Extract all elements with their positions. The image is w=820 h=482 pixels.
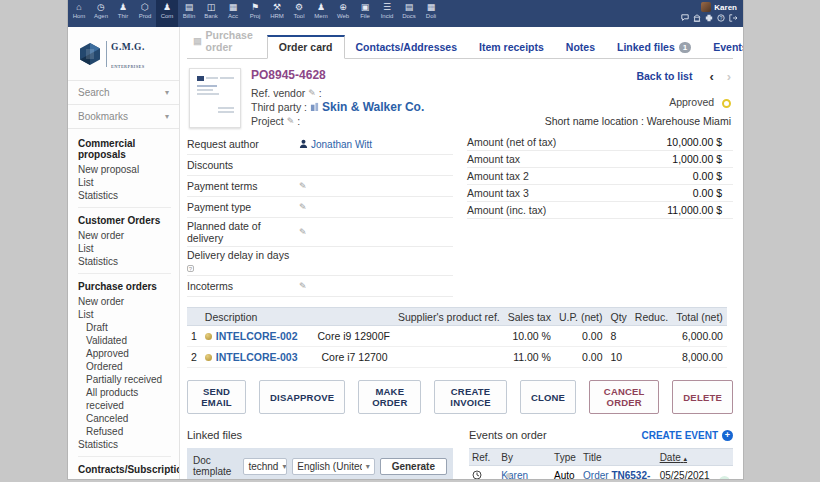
sidebar-item-canceled[interactable]: Canceled xyxy=(78,412,171,425)
order-ref: PO8945-4628 xyxy=(251,68,424,82)
nav-commerce[interactable]: ♟Com xyxy=(156,0,178,27)
clone-button[interactable]: CLONE xyxy=(520,380,576,414)
nav-dolibarr[interactable]: ▦Doli xyxy=(420,0,442,27)
sidebar-item-partially-received[interactable]: Partially received xyxy=(78,373,171,386)
disapprove-button[interactable]: DISAPPROVE xyxy=(259,380,345,414)
sidebar-item-refused[interactable]: Refused xyxy=(78,425,171,438)
nav-home[interactable]: ⌂Hom xyxy=(68,0,90,27)
request-author-link[interactable]: Jonathan Witt xyxy=(311,139,372,150)
user-menu[interactable]: Karen xyxy=(681,2,737,12)
search-dropdown[interactable]: Search ▾ xyxy=(68,80,179,104)
language-select[interactable]: English (United St... ▾ xyxy=(292,458,374,475)
sidebar-item-new-purchase-order[interactable]: New order xyxy=(78,295,171,308)
events-section: Events on order CREATE EVENT + Ref. By T… xyxy=(469,429,733,479)
events-header-row: Ref. By Type Title Date ▴ xyxy=(469,449,733,466)
delete-button[interactable]: DELETE xyxy=(672,380,733,414)
amount-tax-row: Amount tax 1,000.00 $ xyxy=(467,151,733,168)
cancel-order-button[interactable]: CANCEL ORDER xyxy=(589,380,659,414)
nav-products[interactable]: ⬡Prod xyxy=(134,0,156,27)
edit-project-icon[interactable]: ✎ xyxy=(287,114,295,128)
nav-accountancy[interactable]: ▦Acc xyxy=(222,0,244,27)
nav-projects[interactable]: ⚑Proj xyxy=(244,0,266,27)
sort-by-date-header[interactable]: Date ▴ xyxy=(657,449,716,466)
tab-events-agenda[interactable]: Events/Agenda xyxy=(702,37,743,58)
comment-icon[interactable] xyxy=(681,14,689,22)
sidebar-item-customer-orders-statistics[interactable]: Statistics xyxy=(78,255,171,268)
home-icon: ⌂ xyxy=(68,2,90,12)
help-icon[interactable]: ? xyxy=(717,14,725,22)
back-to-list-link[interactable]: Back to list xyxy=(636,70,692,82)
sidebar-item-proposals-list[interactable]: List xyxy=(78,176,171,189)
nav-hrm[interactable]: ⚒HRM xyxy=(266,0,288,27)
generate-button[interactable]: Generate xyxy=(380,458,447,475)
linked-files-count-badge: 1 xyxy=(679,42,691,53)
send-email-button[interactable]: SEND EMAIL xyxy=(187,380,246,414)
create-invoice-button[interactable]: CREATE INVOICE xyxy=(434,380,507,414)
order-lines-table: Description Supplier's product ref. Sale… xyxy=(187,307,727,368)
sidebar-item-all-products-received[interactable]: All products received xyxy=(78,386,171,412)
edit-planned-date-icon[interactable]: ✎ xyxy=(299,227,307,237)
organization-icon[interactable] xyxy=(693,14,701,22)
sidebar-item-ordered[interactable]: Ordered xyxy=(78,360,171,373)
nav-billing[interactable]: ▤Billin xyxy=(178,0,200,27)
nav-tools[interactable]: ⚙Tool xyxy=(288,0,310,27)
bookmarks-dropdown[interactable]: Bookmarks ▾ xyxy=(68,104,179,128)
nav-website[interactable]: ⊕Web xyxy=(332,0,354,27)
edit-ref-vendor-icon[interactable]: ✎ xyxy=(308,86,316,100)
tab-notes[interactable]: Notes xyxy=(555,37,606,58)
sidebar-item-purchase-orders-statistics[interactable]: Statistics xyxy=(78,438,171,451)
amount-net-row: Amount (net of tax) 10,000.00 $ xyxy=(467,134,733,151)
make-order-button[interactable]: MAKE ORDER xyxy=(358,380,421,414)
sidebar-item-new-customer-order[interactable]: New order xyxy=(78,229,171,242)
next-record-icon: › xyxy=(727,69,731,84)
sidebar-item-validated[interactable]: Validated xyxy=(78,334,171,347)
object-type-label: ▤ Purchase order xyxy=(187,27,267,58)
create-event-button[interactable]: CREATE EVENT + xyxy=(642,430,734,441)
nav-files[interactable]: ▣File xyxy=(354,0,376,27)
print-icon[interactable] xyxy=(705,14,713,22)
commerce-icon: ♟ xyxy=(156,2,178,12)
amount-tax2-row: Amount tax 2 0.00 $ xyxy=(467,168,733,185)
sidebar-item-purchase-orders-list[interactable]: List xyxy=(78,308,171,321)
company-logo: G.M.G. ENTERPRISES xyxy=(68,27,179,80)
field-incoterms: Incoterms ✎ xyxy=(187,276,453,297)
document-generation-panel: Doc template technd ▾ English (United St… xyxy=(187,448,453,479)
status-approved-icon xyxy=(722,99,731,108)
clock-icon xyxy=(472,471,482,479)
sidebar-item-new-proposal[interactable]: New proposal xyxy=(78,163,171,176)
sidebar-item-customer-orders-list[interactable]: List xyxy=(78,242,171,255)
nav-agenda[interactable]: ◷Agen xyxy=(90,0,112,27)
logout-icon[interactable] xyxy=(729,14,737,22)
chevron-down-icon: ▾ xyxy=(282,462,286,471)
nav-docs[interactable]: ▤Docs xyxy=(398,0,420,27)
order-details: Request author Jonathan Witt Discounts P… xyxy=(187,134,733,297)
edit-payment-terms-icon[interactable]: ✎ xyxy=(299,181,307,191)
nav-third-parties[interactable]: ♟Thir xyxy=(112,0,134,27)
product-link[interactable]: INTELCORE-003 xyxy=(216,351,298,363)
product-link[interactable]: INTELCORE-002 xyxy=(216,330,298,342)
nav-members[interactable]: ♟Mem xyxy=(310,0,332,27)
status-label: Approved xyxy=(669,96,714,108)
sidebar-item-draft[interactable]: Draft xyxy=(78,321,171,334)
svg-text:?: ? xyxy=(720,16,723,21)
order-header: PO8945-4628 Ref. vendor ✎ : Third party … xyxy=(187,59,733,134)
edit-payment-type-icon[interactable]: ✎ xyxy=(299,202,307,212)
pdf-preview-thumbnail[interactable] xyxy=(189,68,241,128)
nav-incidents[interactable]: ☰Incid xyxy=(376,0,398,27)
amounts-table: Amount (net of tax) 10,000.00 $ Amount t… xyxy=(467,134,733,297)
user-zone: Karen ? xyxy=(681,0,743,27)
tab-order-card[interactable]: Order card xyxy=(267,35,345,59)
doc-template-select[interactable]: technd ▾ xyxy=(243,458,287,475)
previous-record-icon[interactable]: ‹ xyxy=(709,69,713,84)
tab-contacts-addresses[interactable]: Contacts/Addresses xyxy=(345,37,469,58)
lines-header-row: Description Supplier's product ref. Sale… xyxy=(187,308,727,326)
tab-item-receipts[interactable]: Item receipts xyxy=(468,37,555,58)
sidebar-item-approved[interactable]: Approved xyxy=(78,347,171,360)
edit-incoterms-icon[interactable]: ✎ xyxy=(299,281,307,291)
sidebar-item-new-contract[interactable]: New contract/subscription xyxy=(78,478,171,479)
linked-files-section: Linked files Doc template technd ▾ Engli… xyxy=(187,429,453,479)
sidebar-item-proposals-statistics[interactable]: Statistics xyxy=(78,189,171,202)
tab-linked-files[interactable]: Linked files1 xyxy=(606,37,702,58)
third-party-link[interactable]: Skin & Walker Co. xyxy=(322,100,424,114)
nav-bank[interactable]: ◫Bank xyxy=(200,0,222,27)
